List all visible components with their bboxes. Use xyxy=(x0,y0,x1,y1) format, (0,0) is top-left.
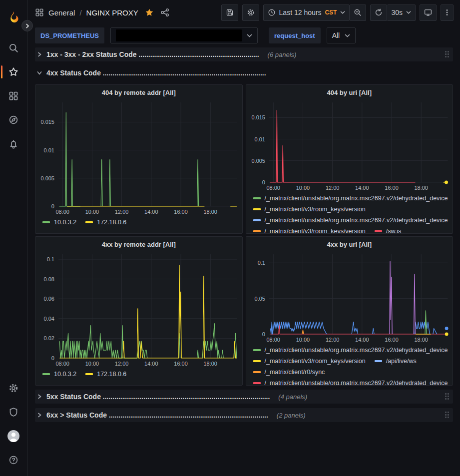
sidebar-item-search[interactable] xyxy=(0,36,27,60)
legend-item[interactable]: /_matrix/client/unstable/org.matrix.msc2… xyxy=(253,194,448,203)
chevron-right-icon xyxy=(36,51,43,58)
time-range-label: Last 12 hours xyxy=(279,8,322,16)
legend-item[interactable]: 10.0.3.2 xyxy=(42,370,76,379)
main-area: General / NGINX PROXY xyxy=(27,0,460,476)
legend-swatch xyxy=(253,208,261,210)
row-drag-handle[interactable] xyxy=(444,50,451,58)
bell-icon xyxy=(8,139,18,149)
legend-item[interactable]: /_matrix/client/v3/room_keys/version xyxy=(253,205,366,214)
legend-swatch xyxy=(85,373,93,375)
legend-swatch xyxy=(375,230,382,232)
dashboard-row-6xx[interactable]: 6xx > Status Code ......................… xyxy=(35,408,453,422)
legend-item[interactable]: 10.0.3.2 xyxy=(42,218,76,227)
datasource-variable-value-redacted xyxy=(116,29,242,41)
legend-swatch xyxy=(253,382,261,384)
refresh-button[interactable] xyxy=(370,4,387,21)
legend-item[interactable]: /_matrix/client/unstable/org.matrix.msc2… xyxy=(253,346,448,355)
share-button[interactable] xyxy=(160,8,169,17)
legend-label: 10.0.3.2 xyxy=(54,218,76,227)
row-title: 6xx > Status Code ......................… xyxy=(46,411,268,419)
row-drag-handle[interactable] xyxy=(444,411,451,419)
save-dashboard-button[interactable] xyxy=(221,4,238,21)
chevron-right-icon xyxy=(36,393,43,400)
dashboard-grid-icon[interactable] xyxy=(35,8,44,17)
svg-text:12:00: 12:00 xyxy=(115,209,128,215)
dashboards-grid-icon xyxy=(8,91,18,101)
legend-item[interactable]: /_matrix/client/r0/sync xyxy=(253,368,325,377)
datasource-variable-select[interactable] xyxy=(110,27,258,43)
time-range-picker[interactable]: Last 12 hours CST xyxy=(263,4,350,21)
panel-title[interactable]: 4xx by uri [All] xyxy=(246,237,453,249)
row-drag-handle[interactable] xyxy=(444,393,451,401)
dashboard-row-1xx-3xx-2xx[interactable]: 1xx - 3xx - 2xx Status Code ............… xyxy=(35,47,453,61)
sidebar-item-alerting[interactable] xyxy=(0,132,27,156)
panel-title[interactable]: 404 by uri [All] xyxy=(246,85,453,97)
legend-label: /_matrix/client/unstable/org.matrix.msc2… xyxy=(265,346,448,355)
svg-text:10:00: 10:00 xyxy=(85,361,99,367)
request-host-variable-select[interactable]: All xyxy=(327,27,356,43)
legend-item[interactable]: /_matrix/client/v3/room_keys/version xyxy=(253,227,366,233)
svg-text:0.015: 0.015 xyxy=(251,114,265,120)
dashboard-row-5xx[interactable]: 5xx Status Code ........................… xyxy=(35,390,453,404)
sidebar-item-configuration[interactable] xyxy=(0,376,27,400)
svg-text:08:00: 08:00 xyxy=(56,209,69,215)
legend-label: 172.18.0.6 xyxy=(97,218,126,227)
panel-title[interactable]: 404 by remote addr [All] xyxy=(35,85,242,97)
favorite-button[interactable] xyxy=(145,8,154,17)
dashboard-settings-button[interactable] xyxy=(242,4,259,21)
top-nav-bar: General / NGINX PROXY xyxy=(27,0,460,25)
panel-404-by-remote-addr: 404 by remote addr [All] 00.0050.010.015… xyxy=(35,84,243,234)
breadcrumb-folder[interactable]: General xyxy=(48,8,75,17)
timezone-label: CST xyxy=(325,9,337,16)
tv-mode-button[interactable] xyxy=(420,4,437,21)
panel-title[interactable]: 4xx by remote addr [All] xyxy=(35,237,242,249)
svg-text:0: 0 xyxy=(51,355,54,361)
dashboard-canvas: 1xx - 3xx - 2xx Status Code ............… xyxy=(27,46,460,476)
sidebar-item-server-admin[interactable] xyxy=(0,400,27,424)
chart-legend: /_matrix/client/unstable/org.matrix.msc2… xyxy=(246,344,453,385)
svg-text:16:00: 16:00 xyxy=(385,185,398,191)
legend-item[interactable]: /api/live/ws xyxy=(375,357,417,366)
chart-legend: 10.0.3.2172.18.0.6 xyxy=(35,216,242,233)
legend-item[interactable]: 172.18.0.6 xyxy=(85,370,126,379)
refresh-group: 30s xyxy=(370,4,416,21)
chevron-right-icon xyxy=(25,23,30,28)
grafana-app: General / NGINX PROXY xyxy=(0,0,460,476)
sidebar-item-profile[interactable] xyxy=(0,424,27,448)
svg-text:10:00: 10:00 xyxy=(296,337,309,343)
legend-item[interactable]: 172.18.0.6 xyxy=(85,218,126,227)
legend-swatch xyxy=(253,197,261,199)
legend-item[interactable]: /_matrix/client/unstable/org.matrix.msc2… xyxy=(253,379,448,385)
legend-label: /_matrix/client/r0/sync xyxy=(265,368,325,377)
help-icon xyxy=(8,455,18,465)
svg-text:0.015: 0.015 xyxy=(41,119,54,125)
svg-text:08:00: 08:00 xyxy=(56,361,69,367)
timeseries-chart[interactable]: 00.0050.010.01508:0010:0012:0014:0016:00… xyxy=(246,97,453,192)
svg-text:18:00: 18:00 xyxy=(414,185,428,191)
breadcrumb-dashboard-title[interactable]: NGINX PROXY xyxy=(86,8,138,17)
timeseries-chart[interactable]: 00.0050.010.01508:0010:0012:0014:0016:00… xyxy=(35,97,242,216)
svg-text:12:00: 12:00 xyxy=(325,337,339,343)
sidebar-item-dashboards[interactable] xyxy=(0,84,27,108)
svg-text:0: 0 xyxy=(262,179,265,185)
svg-text:14:00: 14:00 xyxy=(355,185,369,191)
svg-text:18:00: 18:00 xyxy=(204,361,217,367)
timeseries-chart[interactable]: 00.050.108:0010:0012:0014:0016:0018:00 xyxy=(246,249,453,344)
more-options-button[interactable] xyxy=(441,4,454,21)
sidebar-item-starred[interactable] xyxy=(0,60,27,84)
sidebar-item-explore[interactable] xyxy=(0,108,27,132)
svg-text:0: 0 xyxy=(262,331,265,337)
chevron-down-icon xyxy=(406,10,411,15)
refresh-interval-picker[interactable]: 30s xyxy=(387,4,416,21)
sidebar-item-help[interactable] xyxy=(0,448,27,472)
template-variables-bar: DS_PROMETHEUS request_host All xyxy=(27,25,460,46)
zoom-out-time-button[interactable] xyxy=(350,4,366,21)
legend-item[interactable]: /_matrix/client/unstable/org.matrix.msc2… xyxy=(253,216,448,225)
dashboard-row-4xx[interactable]: 4xx Status Code ........................… xyxy=(35,66,453,80)
timeseries-chart[interactable]: 00.020.040.060.080.108:0010:0012:0014:00… xyxy=(35,249,242,368)
legend-item[interactable]: /sw.js xyxy=(375,227,402,233)
legend-item[interactable]: /_matrix/client/v3/room_keys/version xyxy=(253,357,366,366)
sidebar-expand-button[interactable] xyxy=(21,20,33,31)
legend-swatch xyxy=(253,360,261,362)
svg-text:10:00: 10:00 xyxy=(296,185,309,191)
